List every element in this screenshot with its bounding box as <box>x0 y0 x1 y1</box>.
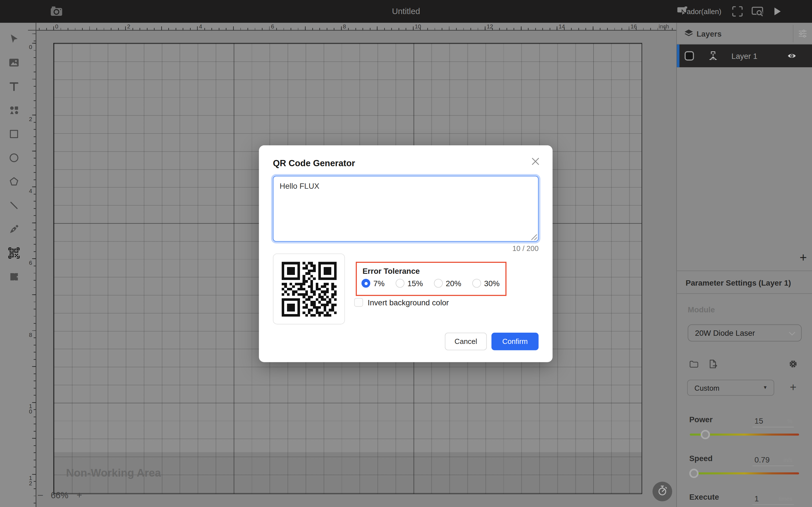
module-value: 20W Diode Laser <box>695 328 755 337</box>
left-ruler-number: 1 2 <box>29 476 32 486</box>
top-ruler: inch 0246810121416 <box>36 23 676 31</box>
speed-slider[interactable] <box>690 472 799 474</box>
radio-label: 7% <box>373 279 385 288</box>
tool-ellipse[interactable] <box>0 146 28 170</box>
tool-boolean[interactable] <box>0 265 28 288</box>
export-file-icon[interactable] <box>707 358 718 370</box>
preset-toolbar <box>677 359 812 372</box>
error-tolerance-option-7[interactable]: 7% <box>361 279 385 288</box>
non-working-area-label: Non-Working Area <box>66 467 161 479</box>
confirm-button[interactable]: Confirm <box>492 333 539 350</box>
textarea-resize-handle[interactable] <box>531 234 537 240</box>
error-tolerance-option-30[interactable]: 30% <box>472 279 500 288</box>
tool-qrcode[interactable] <box>0 241 28 265</box>
layer-options-icon[interactable] <box>798 29 808 39</box>
app-root: Untitled ador(allen) Non-Working Area in… <box>0 0 812 507</box>
left-ruler-number: 6 <box>29 260 32 265</box>
zoom-in-button[interactable]: + <box>77 490 82 501</box>
layers-header: Layers <box>677 23 812 45</box>
radio-label: 20% <box>446 279 461 288</box>
layer-visibility-icon[interactable] <box>787 51 797 61</box>
framing-icon[interactable] <box>731 5 744 17</box>
power-label: Power <box>689 415 713 424</box>
qr-text-input[interactable]: Hello FLUX <box>273 176 539 241</box>
speed-slider-thumb[interactable] <box>690 469 699 478</box>
gear-icon[interactable] <box>788 358 799 370</box>
radio-selected-icon[interactable] <box>361 279 370 288</box>
radio-unselected-icon[interactable] <box>396 279 404 288</box>
chevron-down-icon <box>789 332 795 336</box>
left-ruler-number: 8 <box>29 332 32 337</box>
zoom-out-button[interactable]: − <box>37 490 43 501</box>
speed-label: Speed <box>689 454 713 462</box>
qr-code-preview <box>282 262 336 316</box>
left-toolbar <box>0 23 28 507</box>
add-preset-button[interactable]: + <box>790 381 797 394</box>
top-ruler-number: 2 <box>127 23 130 30</box>
execute-value-underline <box>753 504 794 505</box>
left-ruler-major-ticks <box>32 31 36 507</box>
cursor-icon <box>8 33 20 45</box>
tool-image[interactable] <box>0 51 28 74</box>
module-label: Module <box>688 305 715 314</box>
layers-icon <box>683 29 694 39</box>
qrcode-icon <box>7 246 21 260</box>
tool-line[interactable] <box>0 193 28 217</box>
close-icon[interactable] <box>531 157 540 166</box>
top-ruler-number: 8 <box>343 23 346 30</box>
image-icon <box>8 56 20 69</box>
time-estimate-button[interactable] <box>652 482 672 501</box>
power-value-underline <box>753 427 794 427</box>
invert-background-row: Invert background color <box>354 298 449 307</box>
layer-row[interactable]: Layer 1 <box>677 45 812 67</box>
radio-label: 15% <box>407 279 423 288</box>
start-job-icon[interactable] <box>770 5 783 17</box>
module-dropdown[interactable]: 20W Diode Laser <box>688 325 802 342</box>
power-slider[interactable] <box>690 434 799 436</box>
error-tolerance-option-15[interactable]: 15% <box>396 279 423 288</box>
layers-title: Layers <box>696 30 721 38</box>
preset-select[interactable]: Custom ▼ <box>687 380 774 396</box>
boolean-icon <box>8 271 20 283</box>
top-ruler-number: 6 <box>271 23 274 30</box>
tool-pen[interactable] <box>0 217 28 241</box>
top-ruler-number: 12 <box>487 23 493 30</box>
tool-elements[interactable] <box>0 98 28 122</box>
parameter-settings-title: Parameter Settings (Layer 1) <box>686 278 791 287</box>
device-name[interactable]: ador(allen) <box>687 7 721 15</box>
zoom-level[interactable]: 66% <box>51 490 68 501</box>
error-tolerance-options: 7%15%20%30% <box>361 279 500 288</box>
power-slider-thumb[interactable] <box>700 430 710 439</box>
pen-icon <box>8 223 20 235</box>
stopwatch-icon <box>657 485 668 498</box>
add-layer-button[interactable]: + <box>800 252 807 263</box>
error-tolerance-option-20[interactable]: 20% <box>434 279 461 288</box>
tool-text[interactable] <box>0 74 28 98</box>
radio-unselected-icon[interactable] <box>434 279 443 288</box>
tool-polygon[interactable] <box>0 170 28 193</box>
top-ruler-major-ticks <box>36 26 676 30</box>
folder-icon[interactable] <box>689 359 699 370</box>
top-ruler-number: 4 <box>199 23 202 30</box>
tool-rectangle[interactable] <box>0 122 28 146</box>
cancel-button[interactable]: Cancel <box>445 333 487 350</box>
qr-preview-card <box>273 253 345 325</box>
camera-preview-icon[interactable] <box>751 5 764 17</box>
top-ruler-number: 14 <box>559 23 565 30</box>
layers-header-divider <box>793 25 794 42</box>
left-ruler-number: 2 <box>29 116 32 121</box>
left-ruler-number: 1 0 <box>29 404 32 414</box>
invert-background-checkbox[interactable] <box>354 298 363 307</box>
select-caret-icon: ▼ <box>763 385 767 390</box>
line-icon <box>8 199 20 212</box>
tool-cursor[interactable] <box>0 27 28 51</box>
ellipse-icon <box>8 152 20 164</box>
execute-value[interactable]: 1 <box>755 494 759 503</box>
top-ruler-number: 10 <box>415 23 421 30</box>
top-ruler-number: 0 <box>55 23 58 30</box>
power-value[interactable]: 15 <box>755 416 763 425</box>
radio-unselected-icon[interactable] <box>472 279 481 288</box>
speed-value[interactable]: 0.79 <box>755 455 770 464</box>
error-tolerance-highlight-box: Error Tolerance 7%15%20%30% <box>356 262 506 296</box>
parameter-settings-header: Parameter Settings (Layer 1) <box>677 271 812 294</box>
